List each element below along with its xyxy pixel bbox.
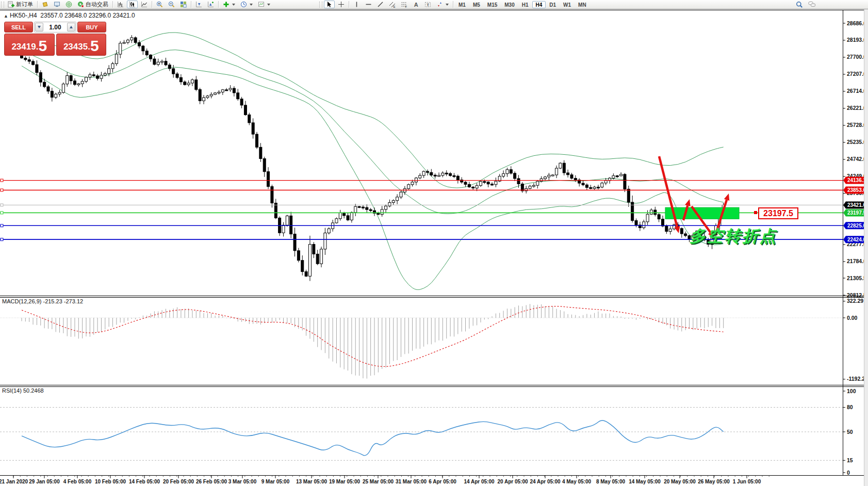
sell-price-main: 23419. xyxy=(11,40,38,54)
price-callout-box[interactable]: 23197.5 xyxy=(758,207,798,219)
period-button[interactable] xyxy=(238,1,255,8)
signals-button[interactable] xyxy=(63,1,74,8)
zoom-out-button[interactable] xyxy=(166,1,177,8)
support-zone-rect[interactable] xyxy=(665,207,739,219)
search-button[interactable] xyxy=(794,1,805,8)
annotation-text[interactable]: 多空转折点 xyxy=(690,225,777,247)
crosshair-button[interactable] xyxy=(336,1,347,8)
arrows-button[interactable] xyxy=(434,1,451,8)
bar-chart-icon xyxy=(117,1,124,8)
timeframe-m5[interactable]: M5 xyxy=(469,1,484,8)
vertical-line-icon xyxy=(353,1,360,8)
svg-text:14 Apr 05:00: 14 Apr 05:00 xyxy=(464,479,495,484)
svg-text:1 Jun 05:00: 1 Jun 05:00 xyxy=(733,479,761,484)
chat-button[interactable] xyxy=(806,1,818,8)
svg-text:A: A xyxy=(414,2,418,8)
sell-price[interactable]: 23419.5 xyxy=(4,34,55,56)
indicator-window-add-icon xyxy=(207,1,214,8)
horizontal-line-icon xyxy=(365,1,372,8)
svg-text:0.00: 0.00 xyxy=(847,315,858,321)
buy-price-pip: 5 xyxy=(90,38,99,54)
collapse-icon[interactable]: ▲ xyxy=(4,13,8,19)
new-order-button[interactable]: 新订单 xyxy=(6,1,35,8)
indicator-window-icon xyxy=(195,1,202,8)
svg-text:20 May 05:00: 20 May 05:00 xyxy=(664,479,696,484)
fibonacci-button[interactable]: F xyxy=(399,1,410,8)
text-label-button[interactable]: T xyxy=(422,1,433,8)
profiles-button[interactable] xyxy=(40,1,51,8)
svg-text:19 Mar 05:00: 19 Mar 05:00 xyxy=(329,479,360,484)
volume-increase-button[interactable] xyxy=(67,23,75,31)
add-indicator-icon xyxy=(223,1,230,8)
candlestick-chart-icon xyxy=(129,1,136,8)
new-order-icon xyxy=(8,1,14,8)
svg-text:26 May 05:00: 26 May 05:00 xyxy=(698,479,730,484)
svg-text:15: 15 xyxy=(847,457,853,463)
svg-text:31 Mar 05:00: 31 Mar 05:00 xyxy=(396,479,427,484)
autotrading-label: 自动交易 xyxy=(86,1,108,8)
timeframe-h1[interactable]: H1 xyxy=(518,1,532,8)
template-dropdown[interactable] xyxy=(267,4,270,6)
add-indicator-dropdown[interactable] xyxy=(232,4,235,6)
buy-price[interactable]: 23435.5 xyxy=(56,34,107,56)
toolbar-separator xyxy=(37,1,38,8)
macd-panel xyxy=(0,304,843,379)
svg-text:20 Apr 05:00: 20 Apr 05:00 xyxy=(497,479,528,484)
timeframe-h4[interactable]: H4 xyxy=(532,1,546,8)
svg-text:24 Apr 05:00: 24 Apr 05:00 xyxy=(530,479,561,484)
fibonacci-icon: F xyxy=(401,1,407,8)
toolbar-grip[interactable] xyxy=(1,2,4,8)
tile-windows-button[interactable] xyxy=(178,1,189,8)
buy-button[interactable]: BUY xyxy=(77,22,106,33)
indicator-window-button[interactable] xyxy=(193,1,204,8)
chat-icon xyxy=(808,1,816,8)
indicator-window-add-button[interactable] xyxy=(205,1,216,8)
svg-text:3 Mar 05:00: 3 Mar 05:00 xyxy=(228,479,257,484)
template-button[interactable] xyxy=(256,1,272,8)
timeframe-mn[interactable]: MN xyxy=(575,1,590,8)
crosshair-icon xyxy=(338,1,345,8)
indicator-labels: MACD(12,26,9) -215.23 -273.12RSI(14) 50.… xyxy=(2,298,83,394)
svg-text:29 Jan 05:00: 29 Jan 05:00 xyxy=(29,479,60,484)
market-watch-button[interactable] xyxy=(52,1,62,8)
sell-button[interactable]: SELL xyxy=(4,22,33,33)
bar-chart-button[interactable] xyxy=(115,1,126,8)
svg-text:10 Feb 05:00: 10 Feb 05:00 xyxy=(95,479,126,484)
cursor-button[interactable] xyxy=(324,1,335,8)
line-chart-icon xyxy=(141,1,148,8)
candlestick-chart-button[interactable] xyxy=(127,1,138,8)
volume-decrease-button[interactable] xyxy=(35,23,43,31)
horizontal-line-button[interactable] xyxy=(363,1,374,8)
volume-input[interactable] xyxy=(44,22,67,32)
tile-windows-icon xyxy=(180,1,187,8)
text-button[interactable]: A xyxy=(411,1,421,8)
trendline-button[interactable] xyxy=(375,1,386,8)
svg-text:25 Mar 05:00: 25 Mar 05:00 xyxy=(363,479,394,484)
mt4-window: 新订单 自动交易 E F A xyxy=(0,0,868,486)
svg-text:20 Feb 05:00: 20 Feb 05:00 xyxy=(163,479,194,484)
add-indicator-button[interactable] xyxy=(221,1,237,8)
autotrading-button[interactable]: 自动交易 xyxy=(75,1,110,8)
svg-text:E: E xyxy=(394,5,396,8)
zoom-in-button[interactable] xyxy=(154,1,165,8)
timeframe-m30[interactable]: M30 xyxy=(501,1,518,8)
template-icon xyxy=(258,1,265,8)
line-chart-button[interactable] xyxy=(139,1,150,8)
timeframe-d1[interactable]: D1 xyxy=(546,1,560,8)
one-click-trading-panel: SELL BUY 23419.5 23435.5 xyxy=(4,22,106,56)
arrows-dropdown[interactable] xyxy=(446,4,449,6)
vertical-line-button[interactable] xyxy=(351,1,362,8)
svg-text:RSI(14) 50.2468: RSI(14) 50.2468 xyxy=(2,387,44,394)
triangle-down-icon xyxy=(38,26,41,28)
toolbar-grip[interactable] xyxy=(319,2,322,8)
timeframe-w1[interactable]: W1 xyxy=(560,1,575,8)
equidistant-channel-button[interactable]: E xyxy=(387,1,398,8)
timeframe-m15[interactable]: M15 xyxy=(484,1,501,8)
text-label-icon: T xyxy=(424,1,431,8)
period-dropdown[interactable] xyxy=(250,4,253,6)
svg-text:14 Feb 05:00: 14 Feb 05:00 xyxy=(129,479,160,484)
toolbar-separator xyxy=(152,1,152,8)
svg-text:26 Feb 05:00: 26 Feb 05:00 xyxy=(196,479,227,484)
callout-handle[interactable] xyxy=(754,211,757,214)
timeframe-m1[interactable]: M1 xyxy=(455,1,469,8)
